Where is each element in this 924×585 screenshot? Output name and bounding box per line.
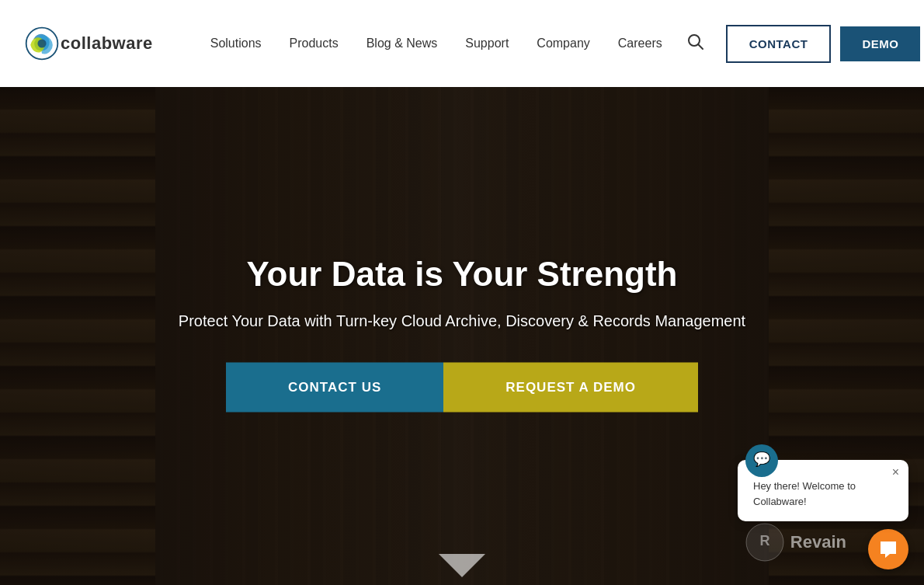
- search-icon: [687, 33, 704, 50]
- logo-text: collabware: [61, 33, 153, 54]
- hero-content: Your Data is Your Strength Protect Your …: [113, 253, 811, 413]
- hero-request-demo-button[interactable]: REQUEST A DEMO: [443, 363, 698, 413]
- svg-line-3: [698, 44, 703, 49]
- svg-point-1: [37, 39, 46, 47]
- nav-item-products[interactable]: Products: [279, 30, 349, 57]
- chat-open-button[interactable]: [868, 529, 908, 569]
- header: collabware Solutions Products Blog & New…: [0, 0, 924, 87]
- chat-close-button[interactable]: ×: [892, 466, 899, 479]
- hero-contact-us-button[interactable]: CONTACT US: [226, 363, 443, 413]
- search-icon-button[interactable]: [681, 27, 710, 60]
- nav-item-support[interactable]: Support: [454, 30, 519, 57]
- chat-welcome-text: Hey there! Welcome to Collabware!: [753, 479, 893, 509]
- header-actions: CONTACT DEMO: [726, 25, 921, 63]
- logo-icon: [23, 25, 61, 62]
- chat-widget: 💬 × Hey there! Welcome to Collabware!: [738, 460, 908, 569]
- contact-button[interactable]: CONTACT: [726, 25, 832, 63]
- nav-item-company[interactable]: Company: [526, 30, 600, 57]
- svg-text:💬: 💬: [753, 451, 771, 468]
- hero-title: Your Data is Your Strength: [113, 253, 811, 294]
- nav-item-blog-news[interactable]: Blog & News: [356, 30, 449, 57]
- demo-button[interactable]: DEMO: [840, 26, 920, 61]
- logo[interactable]: collabware: [23, 25, 153, 62]
- hero-buttons: CONTACT US REQUEST A DEMO: [113, 363, 811, 413]
- chat-bubble: 💬 × Hey there! Welcome to Collabware!: [738, 460, 908, 521]
- nav-item-solutions[interactable]: Solutions: [200, 30, 273, 57]
- nav-item-careers[interactable]: Careers: [607, 30, 673, 57]
- chat-avatar-icon: 💬: [745, 444, 778, 477]
- chat-icon: [877, 538, 899, 560]
- hero-scroll-down-arrow[interactable]: [439, 554, 485, 577]
- main-nav: Solutions Products Blog & News Support C…: [200, 30, 673, 57]
- hero-subtitle: Protect Your Data with Turn-key Cloud Ar…: [113, 310, 811, 332]
